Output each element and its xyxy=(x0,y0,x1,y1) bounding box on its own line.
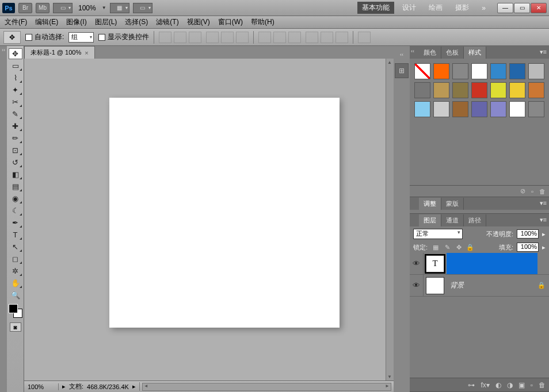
collapse-arrow-icon[interactable]: ‹‹ xyxy=(411,48,414,54)
zoom-tool[interactable]: 🔍 xyxy=(9,290,22,301)
align-bottom-icon[interactable] xyxy=(189,32,201,43)
style-swatch[interactable] xyxy=(528,63,544,79)
align-left-icon[interactable] xyxy=(206,32,219,43)
tab-layers[interactable]: 图层 xyxy=(419,214,441,226)
panel-menu-icon[interactable]: ▾≡ xyxy=(540,216,547,224)
layer-thumbnail[interactable]: T xyxy=(426,255,444,272)
tab-paths[interactable]: 路径 xyxy=(464,214,486,226)
new-style-icon[interactable]: ▫ xyxy=(531,188,533,195)
style-swatch[interactable] xyxy=(452,63,468,79)
foreground-color[interactable] xyxy=(9,304,18,313)
collapse-arrow-icon[interactable]: ‹‹ xyxy=(400,52,403,57)
tab-masks[interactable]: 蒙版 xyxy=(441,198,464,210)
marquee-tool[interactable]: ▭ xyxy=(9,60,22,71)
zoom-level[interactable]: 100% xyxy=(76,4,98,12)
workspace-photography[interactable]: 摄影 xyxy=(451,2,474,14)
style-swatch[interactable] xyxy=(471,63,487,79)
style-swatch[interactable] xyxy=(509,101,525,117)
move-tool[interactable]: ✥ xyxy=(9,48,22,59)
style-swatch[interactable] xyxy=(433,63,449,79)
style-swatch[interactable] xyxy=(490,63,506,79)
screenmode-dropdown[interactable]: ▭ xyxy=(133,3,152,13)
layer-name[interactable]: 背景 xyxy=(447,275,537,296)
3d-tool[interactable]: ✲ xyxy=(9,266,22,276)
stamp-tool[interactable]: ⊡ xyxy=(9,145,22,156)
path-select-tool[interactable]: ↖ xyxy=(9,241,22,252)
workspace-design[interactable]: 设计 xyxy=(398,2,421,14)
link-layers-icon[interactable]: ⊶ xyxy=(468,381,475,389)
delete-style-icon[interactable]: 🗑 xyxy=(539,188,546,195)
layer-fx-icon[interactable]: fx▾ xyxy=(481,381,489,389)
layer-row[interactable]: 👁背景🔒 xyxy=(410,275,549,297)
dodge-tool[interactable]: ☾ xyxy=(9,205,22,216)
status-zoom[interactable]: 100% xyxy=(24,383,59,390)
lock-all-icon[interactable]: 🔒 xyxy=(466,243,475,252)
crop-tool[interactable]: ✂ xyxy=(9,97,22,107)
dist-vcenter-icon[interactable] xyxy=(273,32,286,43)
style-swatch[interactable] xyxy=(509,63,525,79)
menu-window[interactable]: 窗口(W) xyxy=(218,17,243,27)
dist-right-icon[interactable] xyxy=(336,32,348,43)
blur-tool[interactable]: ◉ xyxy=(9,193,22,204)
layer-thumbnail[interactable] xyxy=(426,277,444,294)
align-vcenter-icon[interactable] xyxy=(174,32,186,43)
style-swatch[interactable] xyxy=(471,101,487,117)
tab-channels[interactable]: 通道 xyxy=(441,214,464,226)
style-swatch[interactable] xyxy=(509,82,525,98)
lock-pixels-icon[interactable]: ✎ xyxy=(443,243,452,252)
minibridge-button[interactable]: Mb xyxy=(36,3,49,13)
hand-tool[interactable]: ✋ xyxy=(9,278,22,289)
style-swatch[interactable] xyxy=(528,82,544,98)
layer-row[interactable]: 👁T xyxy=(410,253,549,275)
dist-top-icon[interactable] xyxy=(258,32,271,43)
color-swatches[interactable] xyxy=(9,304,22,318)
auto-select-target[interactable]: 组 xyxy=(68,32,94,43)
layer-group-icon[interactable]: ▣ xyxy=(518,381,525,389)
style-swatch[interactable] xyxy=(471,82,487,98)
fill-input[interactable]: 100% xyxy=(517,243,539,252)
visibility-toggle[interactable]: 👁 xyxy=(410,253,424,274)
close-tab-icon[interactable]: × xyxy=(85,49,88,56)
layer-name[interactable] xyxy=(447,253,537,274)
style-swatch[interactable] xyxy=(528,101,544,117)
style-swatch[interactable] xyxy=(414,82,430,98)
document-tab[interactable]: 未标题-1 @ 100% × xyxy=(24,46,95,59)
healing-tool[interactable]: ✚ xyxy=(9,121,22,132)
lasso-tool[interactable]: ⌇ xyxy=(9,72,22,83)
tab-styles[interactable]: 样式 xyxy=(464,47,486,59)
panel-menu-icon[interactable]: ▾≡ xyxy=(540,48,547,56)
layer-mask-icon[interactable]: ◐ xyxy=(495,381,501,389)
align-hcenter-icon[interactable] xyxy=(221,32,234,43)
auto-select-checkbox[interactable] xyxy=(25,34,32,41)
history-brush-tool[interactable]: ↺ xyxy=(9,157,22,168)
status-docsize[interactable]: ▸ 文档: 468.8K/236.4K ▸ xyxy=(59,382,140,391)
tab-adjustments[interactable]: 调整 xyxy=(419,198,441,210)
menu-filter[interactable]: 滤镜(T) xyxy=(156,17,178,27)
canvas[interactable] xyxy=(24,59,386,381)
arrange-dropdown[interactable]: ▦ xyxy=(110,3,129,13)
style-swatch[interactable] xyxy=(414,63,430,79)
pen-tool[interactable]: ✒ xyxy=(9,217,22,228)
menu-select[interactable]: 选择(S) xyxy=(125,17,148,27)
workspace-more[interactable]: » xyxy=(477,3,490,13)
fill-flyout-icon[interactable]: ▸ xyxy=(542,244,546,251)
dist-hcenter-icon[interactable] xyxy=(321,32,333,43)
style-swatch[interactable] xyxy=(490,82,506,98)
visibility-toggle[interactable]: 👁 xyxy=(410,275,424,296)
type-tool[interactable]: T xyxy=(9,229,22,240)
style-swatch[interactable] xyxy=(452,82,468,98)
vertical-scrollbar[interactable] xyxy=(386,59,394,381)
menu-image[interactable]: 图像(I) xyxy=(66,17,86,27)
style-swatch[interactable] xyxy=(414,101,430,117)
lock-position-icon[interactable]: ✥ xyxy=(454,243,463,252)
current-tool-indicator[interactable]: ✥ xyxy=(3,31,21,44)
panel-menu-icon[interactable]: ▾≡ xyxy=(540,199,547,207)
left-dock-strip[interactable]: ›› xyxy=(0,46,7,392)
menu-file[interactable]: 文件(F) xyxy=(5,17,27,27)
style-swatch[interactable] xyxy=(452,101,468,117)
viewmode-dropdown[interactable]: ▭ xyxy=(53,3,73,13)
close-button[interactable]: ✕ xyxy=(531,3,547,13)
blend-mode-select[interactable]: 正常 xyxy=(413,229,463,239)
auto-select-option[interactable]: 自动选择: xyxy=(25,32,64,42)
no-style-icon[interactable]: ⊘ xyxy=(520,187,525,195)
